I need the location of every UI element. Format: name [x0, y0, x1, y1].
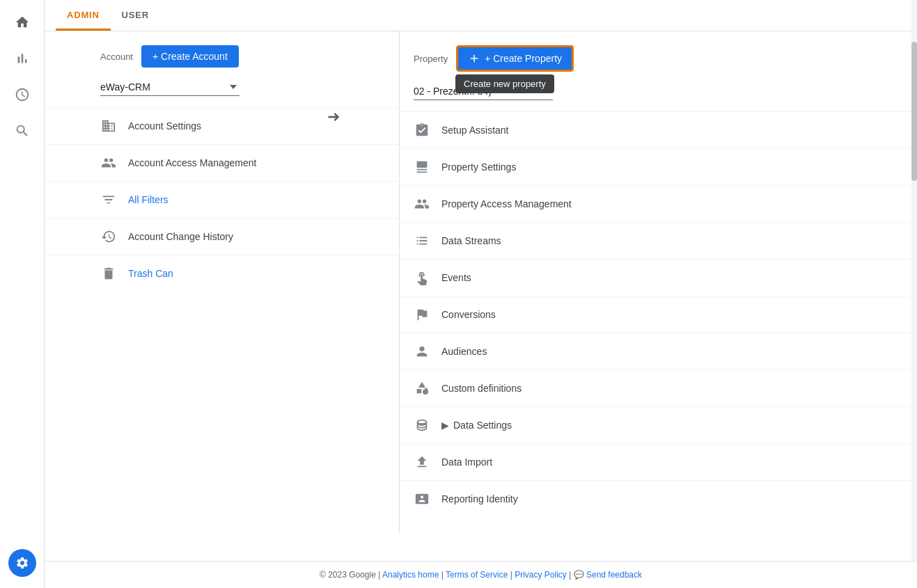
menu-item-all-filters[interactable]: All Filters [45, 181, 399, 218]
menu-item-audiences[interactable]: Audiences [400, 333, 917, 370]
menu-item-setup-assistant[interactable]: Setup Assistant [400, 111, 917, 148]
menu-item-account-access[interactable]: Account Access Management [45, 144, 399, 181]
all-filters-label: All Filters [128, 194, 168, 205]
menu-item-data-streams[interactable]: Data Streams [400, 222, 917, 259]
main-content: ADMIN USER Account + Create Account eWay… [45, 0, 917, 588]
streams-icon [414, 232, 430, 249]
tab-bar: ADMIN USER [45, 0, 917, 31]
property-access-label: Property Access Management [441, 198, 572, 209]
person-list-icon [414, 343, 430, 360]
create-property-label: + Create Property [485, 53, 562, 64]
property-settings-label: Property Settings [441, 161, 516, 173]
data-settings-label: Data Settings [453, 420, 512, 431]
data-streams-label: Data Streams [441, 235, 501, 246]
account-dropdown[interactable]: eWay-CRM [100, 79, 240, 96]
menu-item-custom-definitions[interactable]: Custom definitions [400, 370, 917, 406]
trash-icon [100, 265, 117, 282]
footer-feedback[interactable]: Send feedback [586, 570, 642, 580]
filter-icon [100, 191, 117, 208]
account-dropdown-row: eWay-CRM [45, 79, 399, 102]
sidebar [0, 0, 45, 588]
sidebar-bottom [8, 549, 36, 577]
create-account-button[interactable]: + Create Account [141, 45, 239, 67]
admin-area: Account + Create Account eWay-CRM Accoun… [45, 31, 917, 533]
sidebar-home-icon[interactable] [6, 6, 39, 39]
account-access-label: Account Access Management [128, 157, 256, 168]
settings-gear-button[interactable] [8, 549, 36, 577]
audiences-label: Audiences [441, 346, 487, 357]
change-history-label: Account Change History [128, 231, 233, 242]
data-settings-arrow: ▶ [441, 420, 449, 431]
people-icon [100, 154, 117, 171]
property-menu-list: Setup Assistant Property Settings [400, 111, 917, 517]
menu-item-events[interactable]: Events [400, 259, 917, 296]
property-header: Property + Create Property Create new pr… [400, 45, 917, 83]
menu-item-data-import[interactable]: Data Import [400, 443, 917, 480]
reporting-identity-label: Reporting Identity [441, 493, 518, 504]
menu-item-conversions[interactable]: Conversions [400, 296, 917, 333]
id-card-icon [414, 491, 430, 507]
history-icon [100, 228, 117, 245]
footer-copyright: © 2023 Google [320, 570, 376, 580]
database-icon [414, 417, 430, 434]
building-icon [100, 118, 117, 134]
conversions-label: Conversions [441, 309, 496, 320]
shapes-icon [414, 380, 430, 397]
menu-item-property-settings[interactable]: Property Settings [400, 148, 917, 185]
custom-definitions-label: Custom definitions [441, 383, 522, 394]
scrollbar-track [911, 0, 917, 560]
property-label: Property [414, 54, 448, 64]
menu-item-data-settings[interactable]: ▶ Data Settings [400, 406, 917, 443]
events-label: Events [441, 272, 471, 283]
setup-assistant-label: Setup Assistant [441, 125, 509, 136]
account-settings-label: Account Settings [128, 120, 201, 132]
flag-icon [414, 306, 430, 323]
data-settings-row: ▶ Data Settings [441, 420, 512, 431]
sidebar-search-icon[interactable] [6, 114, 39, 148]
sidebar-reports-icon[interactable] [6, 42, 39, 75]
window-icon [414, 159, 430, 175]
menu-item-account-settings[interactable]: Account Settings [45, 107, 399, 144]
tab-admin[interactable]: ADMIN [56, 0, 111, 31]
data-import-label: Data Import [441, 456, 492, 468]
menu-item-reporting-identity[interactable]: Reporting Identity [400, 480, 917, 517]
footer-terms[interactable]: Terms of Service [446, 570, 508, 580]
column-separator-arrow: ➜ [327, 108, 340, 126]
account-menu-list: Account Settings Account Access Manageme… [45, 107, 399, 292]
people2-icon [414, 196, 430, 212]
create-new-property-tooltip: Create new property [455, 74, 554, 93]
trash-can-label: Trash Can [128, 268, 173, 279]
footer-analytics-home[interactable]: Analytics home [382, 570, 439, 580]
create-property-button[interactable]: + Create Property [456, 45, 574, 72]
menu-item-change-history[interactable]: Account Change History [45, 218, 399, 255]
tab-user[interactable]: USER [111, 0, 160, 31]
content-area: Account + Create Account eWay-CRM Accoun… [45, 31, 917, 561]
clipboard-icon [414, 122, 430, 138]
upload-icon [414, 454, 430, 470]
property-column: Property + Create Property Create new pr… [400, 31, 917, 533]
scrollbar-thumb[interactable] [911, 42, 917, 181]
account-header: Account + Create Account [45, 45, 399, 79]
sidebar-activity-icon[interactable] [6, 78, 39, 111]
touch-icon [414, 269, 430, 286]
account-label: Account [100, 51, 133, 62]
footer: © 2023 Google | Analytics home | Terms o… [45, 561, 917, 588]
menu-item-property-access[interactable]: Property Access Management [400, 185, 917, 222]
account-column: Account + Create Account eWay-CRM Accoun… [45, 31, 400, 533]
menu-item-trash-can[interactable]: Trash Can [45, 255, 399, 292]
footer-privacy[interactable]: Privacy Policy [515, 570, 567, 580]
footer-feedback-icon: 💬 [574, 570, 584, 580]
